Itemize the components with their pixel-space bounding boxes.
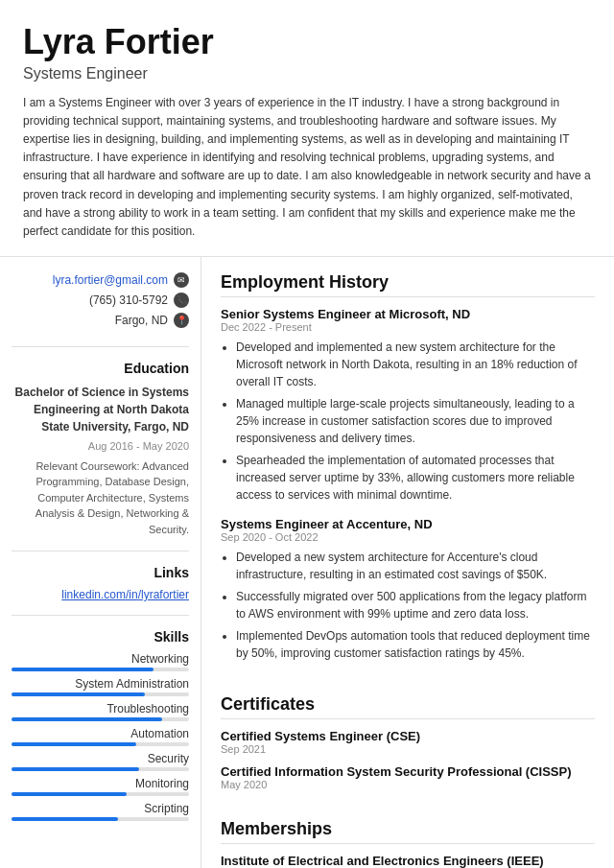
employment-heading: Employment History (221, 272, 595, 297)
skill-bar-container (12, 767, 189, 771)
cert-date: Sep 2021 (221, 743, 595, 755)
skill-bar-container (12, 668, 189, 671)
job-bullets: Developed a new system architecture for … (221, 549, 595, 662)
job-title: Senior Systems Engineer at Microsoft, ND (221, 307, 595, 321)
candidate-summary: I am a Systems Engineer with over 3 year… (23, 94, 591, 242)
skill-item: Monitoring (12, 777, 189, 796)
skill-bar (12, 767, 139, 771)
education-block: Bachelor of Science in Systems Engineeri… (12, 384, 189, 537)
skills-list: Networking System Administration Trouble… (12, 652, 189, 821)
main-body: lyra.fortier@gmail.com ✉ (765) 310-5792 … (0, 257, 614, 868)
skill-bar (12, 668, 154, 671)
skill-name: System Administration (12, 677, 189, 691)
linkedin-link[interactable]: linkedin.com/in/lyrafortier (12, 588, 189, 601)
skill-bar (12, 742, 136, 746)
job-date: Dec 2022 - Present (221, 321, 595, 333)
skill-item: Security (12, 752, 189, 771)
header-section: Lyra Fortier Systems Engineer I am a Sys… (0, 0, 614, 257)
job-date: Sep 2020 - Oct 2022 (221, 531, 595, 543)
skill-name: Networking (12, 652, 189, 666)
location-text: Fargo, ND (115, 314, 168, 327)
job-block: Senior Systems Engineer at Microsoft, ND… (221, 307, 595, 504)
skill-bar (12, 717, 162, 721)
skill-bar-container (12, 692, 189, 696)
skill-bar (12, 692, 145, 696)
job-bullet: Successfully migrated over 500 applicati… (236, 588, 595, 622)
job-bullet: Implemented DevOps automation tools that… (236, 627, 595, 662)
job-bullet: Developed a new system architecture for … (236, 549, 595, 583)
job-title: Systems Engineer at Accenture, ND (221, 517, 595, 531)
memberships-section: Memberships Institute of Electrical and … (221, 819, 595, 868)
skill-bar-container (12, 792, 189, 796)
phone-icon: 📞 (174, 293, 189, 308)
jobs-list: Senior Systems Engineer at Microsoft, ND… (221, 307, 595, 662)
job-block: Systems Engineer at Accenture, ND Sep 20… (221, 517, 595, 662)
skill-bar-container (12, 717, 189, 721)
job-bullet: Spearheaded the implementation of automa… (236, 452, 595, 504)
candidate-name: Lyra Fortier (23, 23, 591, 61)
skill-bar-container (12, 817, 189, 821)
job-bullets: Developed and implemented a new system a… (221, 339, 595, 504)
coursework-label: Relevant Coursework: (35, 460, 139, 472)
location-contact: Fargo, ND 📍 (12, 313, 189, 328)
skill-name: Scripting (12, 802, 189, 815)
cert-date: May 2020 (221, 779, 595, 790)
education-heading: Education (12, 361, 189, 376)
cert-block: Certified Systems Engineer (CSE) Sep 202… (221, 729, 595, 755)
education-coursework: Relevant Coursework: Advanced Programmin… (12, 458, 189, 538)
skill-item: Scripting (12, 802, 189, 821)
skill-bar-container (12, 742, 189, 746)
certificates-heading: Certificates (221, 694, 595, 719)
right-column: Employment History Senior Systems Engine… (201, 257, 614, 868)
memberships-heading: Memberships (221, 819, 595, 844)
membership-item: Institute of Electrical and Electronics … (221, 854, 595, 868)
education-degree: Bachelor of Science in Systems Engineeri… (12, 384, 189, 435)
cert-block: Certified Information System Security Pr… (221, 764, 595, 790)
cert-name: Certified Information System Security Pr… (221, 764, 595, 779)
employment-section: Employment History Senior Systems Engine… (221, 272, 595, 675)
skill-item: Automation (12, 727, 189, 746)
email-contact: lyra.fortier@gmail.com ✉ (12, 272, 189, 288)
phone-contact: (765) 310-5792 📞 (12, 293, 189, 308)
links-heading: Links (12, 565, 189, 580)
job-bullet: Developed and implemented a new system a… (236, 339, 595, 390)
certificates-section: Certificates Certified Systems Engineer … (221, 694, 595, 800)
education-dates: Aug 2016 - May 2020 (12, 438, 189, 455)
skills-section: Skills Networking System Administration … (12, 629, 189, 827)
contact-section: lyra.fortier@gmail.com ✉ (765) 310-5792 … (12, 272, 189, 347)
skill-name: Monitoring (12, 777, 189, 790)
skill-bar (12, 817, 118, 821)
job-bullet: Managed multiple large-scale projects si… (236, 395, 595, 447)
left-column: lyra.fortier@gmail.com ✉ (765) 310-5792 … (0, 257, 201, 868)
links-section: Links linkedin.com/in/lyrafortier (12, 565, 189, 616)
email-text[interactable]: lyra.fortier@gmail.com (53, 273, 168, 287)
candidate-title: Systems Engineer (23, 65, 591, 82)
location-icon: 📍 (174, 313, 189, 328)
skills-heading: Skills (12, 629, 189, 645)
skill-name: Security (12, 752, 189, 765)
skill-item: Troubleshooting (12, 702, 189, 721)
cert-name: Certified Systems Engineer (CSE) (221, 729, 595, 743)
skill-name: Automation (12, 727, 189, 740)
skill-item: Networking (12, 652, 189, 671)
skill-name: Troubleshooting (12, 702, 189, 716)
memberships-list: Institute of Electrical and Electronics … (221, 854, 595, 868)
skill-item: System Administration (12, 677, 189, 696)
phone-text: (765) 310-5792 (89, 293, 168, 307)
email-icon: ✉ (174, 272, 189, 288)
certs-list: Certified Systems Engineer (CSE) Sep 202… (221, 729, 595, 790)
resume-container: Lyra Fortier Systems Engineer I am a Sys… (0, 0, 614, 868)
skill-bar (12, 792, 127, 796)
education-section: Education Bachelor of Science in Systems… (12, 361, 189, 551)
